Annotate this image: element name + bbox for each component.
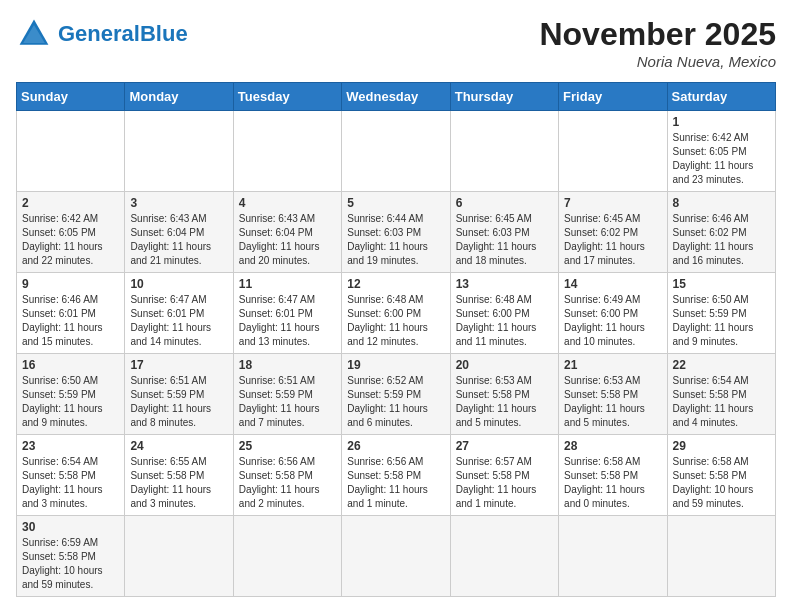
calendar-cell: 22Sunrise: 6:54 AM Sunset: 5:58 PM Dayli…	[667, 354, 775, 435]
day-number: 17	[130, 358, 227, 372]
month-title: November 2025	[539, 16, 776, 53]
calendar-cell: 1Sunrise: 6:42 AM Sunset: 6:05 PM Daylig…	[667, 111, 775, 192]
header-wednesday: Wednesday	[342, 83, 450, 111]
day-info: Sunrise: 6:56 AM Sunset: 5:58 PM Dayligh…	[347, 455, 444, 511]
weekday-header-row: Sunday Monday Tuesday Wednesday Thursday…	[17, 83, 776, 111]
calendar-cell: 15Sunrise: 6:50 AM Sunset: 5:59 PM Dayli…	[667, 273, 775, 354]
day-number: 5	[347, 196, 444, 210]
calendar: Sunday Monday Tuesday Wednesday Thursday…	[16, 82, 776, 597]
calendar-cell: 19Sunrise: 6:52 AM Sunset: 5:59 PM Dayli…	[342, 354, 450, 435]
header-saturday: Saturday	[667, 83, 775, 111]
calendar-cell: 9Sunrise: 6:46 AM Sunset: 6:01 PM Daylig…	[17, 273, 125, 354]
calendar-row: 16Sunrise: 6:50 AM Sunset: 5:59 PM Dayli…	[17, 354, 776, 435]
day-info: Sunrise: 6:43 AM Sunset: 6:04 PM Dayligh…	[130, 212, 227, 268]
calendar-row: 2Sunrise: 6:42 AM Sunset: 6:05 PM Daylig…	[17, 192, 776, 273]
logo: GeneralBlue	[16, 16, 188, 52]
logo-icon	[16, 16, 52, 52]
calendar-cell: 23Sunrise: 6:54 AM Sunset: 5:58 PM Dayli…	[17, 435, 125, 516]
day-info: Sunrise: 6:48 AM Sunset: 6:00 PM Dayligh…	[347, 293, 444, 349]
day-number: 26	[347, 439, 444, 453]
day-info: Sunrise: 6:46 AM Sunset: 6:01 PM Dayligh…	[22, 293, 119, 349]
day-number: 29	[673, 439, 770, 453]
day-info: Sunrise: 6:46 AM Sunset: 6:02 PM Dayligh…	[673, 212, 770, 268]
day-info: Sunrise: 6:45 AM Sunset: 6:03 PM Dayligh…	[456, 212, 553, 268]
calendar-cell: 30Sunrise: 6:59 AM Sunset: 5:58 PM Dayli…	[17, 516, 125, 597]
calendar-cell: 2Sunrise: 6:42 AM Sunset: 6:05 PM Daylig…	[17, 192, 125, 273]
day-number: 19	[347, 358, 444, 372]
page-header: GeneralBlue November 2025 Noria Nueva, M…	[16, 16, 776, 70]
day-number: 13	[456, 277, 553, 291]
day-info: Sunrise: 6:56 AM Sunset: 5:58 PM Dayligh…	[239, 455, 336, 511]
day-number: 11	[239, 277, 336, 291]
day-info: Sunrise: 6:58 AM Sunset: 5:58 PM Dayligh…	[673, 455, 770, 511]
day-number: 8	[673, 196, 770, 210]
calendar-cell: 20Sunrise: 6:53 AM Sunset: 5:58 PM Dayli…	[450, 354, 558, 435]
calendar-cell: 11Sunrise: 6:47 AM Sunset: 6:01 PM Dayli…	[233, 273, 341, 354]
calendar-cell	[233, 516, 341, 597]
day-info: Sunrise: 6:51 AM Sunset: 5:59 PM Dayligh…	[130, 374, 227, 430]
calendar-cell: 26Sunrise: 6:56 AM Sunset: 5:58 PM Dayli…	[342, 435, 450, 516]
title-block: November 2025 Noria Nueva, Mexico	[539, 16, 776, 70]
calendar-cell: 29Sunrise: 6:58 AM Sunset: 5:58 PM Dayli…	[667, 435, 775, 516]
location: Noria Nueva, Mexico	[539, 53, 776, 70]
day-number: 12	[347, 277, 444, 291]
calendar-cell	[125, 111, 233, 192]
day-number: 24	[130, 439, 227, 453]
calendar-cell: 5Sunrise: 6:44 AM Sunset: 6:03 PM Daylig…	[342, 192, 450, 273]
day-number: 23	[22, 439, 119, 453]
day-number: 14	[564, 277, 661, 291]
day-info: Sunrise: 6:42 AM Sunset: 6:05 PM Dayligh…	[673, 131, 770, 187]
day-number: 6	[456, 196, 553, 210]
day-info: Sunrise: 6:54 AM Sunset: 5:58 PM Dayligh…	[673, 374, 770, 430]
calendar-row: 9Sunrise: 6:46 AM Sunset: 6:01 PM Daylig…	[17, 273, 776, 354]
day-number: 28	[564, 439, 661, 453]
day-info: Sunrise: 6:57 AM Sunset: 5:58 PM Dayligh…	[456, 455, 553, 511]
day-info: Sunrise: 6:52 AM Sunset: 5:59 PM Dayligh…	[347, 374, 444, 430]
day-info: Sunrise: 6:54 AM Sunset: 5:58 PM Dayligh…	[22, 455, 119, 511]
logo-blue: Blue	[140, 21, 188, 46]
day-info: Sunrise: 6:45 AM Sunset: 6:02 PM Dayligh…	[564, 212, 661, 268]
calendar-cell	[450, 516, 558, 597]
calendar-cell: 8Sunrise: 6:46 AM Sunset: 6:02 PM Daylig…	[667, 192, 775, 273]
header-monday: Monday	[125, 83, 233, 111]
day-info: Sunrise: 6:51 AM Sunset: 5:59 PM Dayligh…	[239, 374, 336, 430]
calendar-cell: 3Sunrise: 6:43 AM Sunset: 6:04 PM Daylig…	[125, 192, 233, 273]
day-number: 20	[456, 358, 553, 372]
day-number: 9	[22, 277, 119, 291]
calendar-cell: 10Sunrise: 6:47 AM Sunset: 6:01 PM Dayli…	[125, 273, 233, 354]
header-thursday: Thursday	[450, 83, 558, 111]
calendar-cell	[450, 111, 558, 192]
day-number: 3	[130, 196, 227, 210]
day-info: Sunrise: 6:58 AM Sunset: 5:58 PM Dayligh…	[564, 455, 661, 511]
calendar-cell: 17Sunrise: 6:51 AM Sunset: 5:59 PM Dayli…	[125, 354, 233, 435]
calendar-cell	[233, 111, 341, 192]
day-number: 22	[673, 358, 770, 372]
day-number: 4	[239, 196, 336, 210]
calendar-row: 1Sunrise: 6:42 AM Sunset: 6:05 PM Daylig…	[17, 111, 776, 192]
day-number: 10	[130, 277, 227, 291]
calendar-cell: 4Sunrise: 6:43 AM Sunset: 6:04 PM Daylig…	[233, 192, 341, 273]
day-info: Sunrise: 6:53 AM Sunset: 5:58 PM Dayligh…	[564, 374, 661, 430]
day-info: Sunrise: 6:55 AM Sunset: 5:58 PM Dayligh…	[130, 455, 227, 511]
day-info: Sunrise: 6:59 AM Sunset: 5:58 PM Dayligh…	[22, 536, 119, 592]
day-info: Sunrise: 6:50 AM Sunset: 5:59 PM Dayligh…	[673, 293, 770, 349]
day-info: Sunrise: 6:49 AM Sunset: 6:00 PM Dayligh…	[564, 293, 661, 349]
calendar-cell: 21Sunrise: 6:53 AM Sunset: 5:58 PM Dayli…	[559, 354, 667, 435]
day-number: 18	[239, 358, 336, 372]
day-number: 2	[22, 196, 119, 210]
day-info: Sunrise: 6:43 AM Sunset: 6:04 PM Dayligh…	[239, 212, 336, 268]
calendar-cell: 16Sunrise: 6:50 AM Sunset: 5:59 PM Dayli…	[17, 354, 125, 435]
logo-text: GeneralBlue	[58, 22, 188, 46]
calendar-cell: 27Sunrise: 6:57 AM Sunset: 5:58 PM Dayli…	[450, 435, 558, 516]
calendar-cell: 12Sunrise: 6:48 AM Sunset: 6:00 PM Dayli…	[342, 273, 450, 354]
logo-general: General	[58, 21, 140, 46]
day-number: 30	[22, 520, 119, 534]
day-number: 7	[564, 196, 661, 210]
calendar-cell: 7Sunrise: 6:45 AM Sunset: 6:02 PM Daylig…	[559, 192, 667, 273]
day-number: 1	[673, 115, 770, 129]
day-number: 15	[673, 277, 770, 291]
day-number: 25	[239, 439, 336, 453]
header-friday: Friday	[559, 83, 667, 111]
calendar-cell: 6Sunrise: 6:45 AM Sunset: 6:03 PM Daylig…	[450, 192, 558, 273]
calendar-cell	[559, 516, 667, 597]
